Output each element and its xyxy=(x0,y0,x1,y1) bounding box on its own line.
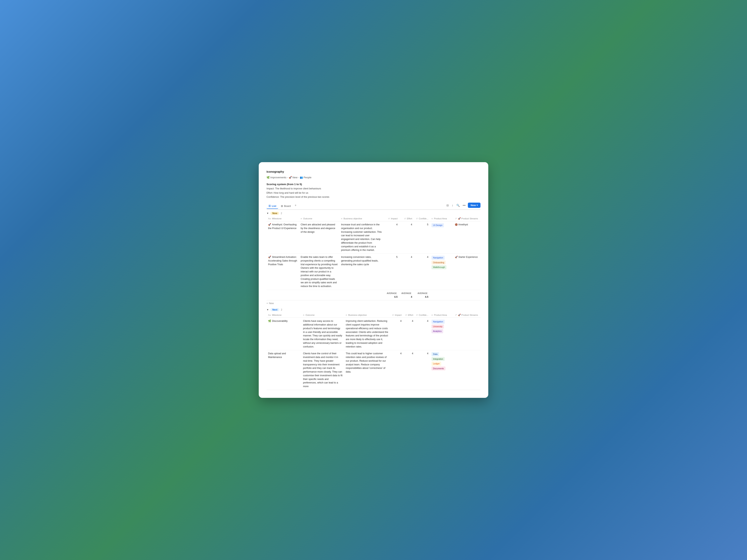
stream-amethyst[interactable]: 🟤 Amethyst xyxy=(455,223,468,226)
col-product-area-next: ≡ Product Area xyxy=(430,313,453,318)
app-container: Iconography 🌿 Improvements - 🚀 New - 👥 P… xyxy=(259,162,488,398)
impact-data-upload: 4 xyxy=(391,350,403,390)
avg-impact-value: 4.5 xyxy=(394,296,397,298)
board-view-icon: ⊞ xyxy=(281,205,283,208)
avg-confidence-label: AVERAGE xyxy=(418,292,428,294)
averages-row-now: AVERAGE 4.5 AVERAGE 4 AVERAGE 4.5 xyxy=(266,290,481,300)
avg-confidence-value: 4.5 xyxy=(425,296,428,298)
tab-list-label: List xyxy=(272,205,276,208)
filter-icon: ⊟ xyxy=(446,204,449,207)
search-button[interactable]: 🔍 xyxy=(456,203,460,208)
hash-icon: # xyxy=(388,217,390,220)
confidence-activation: 4 xyxy=(414,254,430,290)
col-confidence-next: # Confide... xyxy=(415,313,430,318)
col-effort: # Effort xyxy=(399,216,414,221)
business-amethyst: Increase trust and confidence in the org… xyxy=(339,221,384,254)
toolbar-right: ⊟ ↕ 🔍 ••• New ▾ xyxy=(446,203,481,208)
chevron-down-icon: ▾ xyxy=(476,204,478,207)
col-effort-next: # Effort xyxy=(403,313,415,318)
rocket-icon-2: 🚀 xyxy=(268,256,271,259)
tab-board[interactable]: ⊞ Board xyxy=(279,204,293,209)
list-icon-3: ≡ xyxy=(432,217,433,220)
table-row: 🚀Amethyst: Overhauling the Product UI Ex… xyxy=(266,221,481,254)
product-streams-discoverability xyxy=(453,318,481,350)
tag-analytics[interactable]: Analytics xyxy=(432,329,443,333)
breadcrumb-new: 🚀 New xyxy=(289,176,298,179)
group-now-chevron-icon: ▼ xyxy=(266,212,269,215)
add-view-button[interactable]: + xyxy=(293,203,298,208)
breadcrumb-people: 👥 People xyxy=(300,176,311,179)
group-next: ▼ Next 2 Aa Milestone ≡ Outcome ≡ Busine… xyxy=(266,306,481,390)
filter-button[interactable]: ⊟ xyxy=(446,203,449,208)
tag-ui-design[interactable]: UI Design xyxy=(432,223,444,227)
tag-navigation[interactable]: Navigation xyxy=(432,256,445,260)
group-now-header[interactable]: ▼ Now 2 xyxy=(266,210,481,216)
next-table-header-row: Aa Milestone ≡ Outcome ≡ Business object… xyxy=(266,313,481,318)
avg-end-spacer xyxy=(430,290,481,300)
tag-walkthrough[interactable]: Walkthrough xyxy=(432,265,446,269)
new-button[interactable]: New ▾ xyxy=(468,203,481,208)
group-now: ▼ Now 2 Aa Milestone ≡ Outcome ≡ Busines… xyxy=(266,210,481,306)
col-impact-next: # Impact xyxy=(391,313,403,318)
effort-activation: 4 xyxy=(399,254,414,290)
toolbar: ☰ List ⊞ Board + ⊟ ↕ 🔍 ••• New xyxy=(266,203,481,210)
col-milestone: Aa Milestone xyxy=(266,216,299,221)
product-area-discoverability: Navigation University Analytics xyxy=(430,318,453,350)
tag-data[interactable]: Data xyxy=(432,352,439,356)
avg-impact-now: AVERAGE 4.5 xyxy=(384,290,399,300)
product-streams-activation: 🚀 Starter Experience xyxy=(453,254,481,290)
new-button-label: New xyxy=(470,204,476,207)
effort-discoverability: 4 xyxy=(403,318,415,350)
stream-starter-experience[interactable]: 🚀 Starter Experience xyxy=(455,255,478,259)
tag-university[interactable]: University xyxy=(432,324,444,329)
product-area-amethyst: UI Design xyxy=(430,221,453,254)
product-area-activation: Navigation Onboarding Walkthrough xyxy=(430,254,453,290)
col-confidence: # Confide... xyxy=(414,216,430,221)
tag-integration[interactable]: Integration xyxy=(432,357,445,361)
col-milestone-next: Aa Milestone xyxy=(266,313,302,318)
text-icon: Aa xyxy=(268,217,271,220)
tag-ledger[interactable]: Ledger xyxy=(432,362,441,366)
group-next-header[interactable]: ▼ Next 2 xyxy=(266,306,481,313)
sprout-icon: 🌿 xyxy=(268,320,271,322)
tab-board-label: Board xyxy=(284,205,291,208)
now-table-header-row: Aa Milestone ≡ Outcome ≡ Business object… xyxy=(266,216,481,221)
col-business-objective: ≡ Business objective xyxy=(339,216,384,221)
search-icon: 🔍 xyxy=(456,204,460,207)
hash-icon-2: # xyxy=(405,217,406,220)
col-product-streams-next: ↗ 🚀 Product Streams xyxy=(453,313,481,318)
list-view-icon: ☰ xyxy=(268,205,271,208)
product-area-data-upload: Data Integration Ledger Documents xyxy=(430,350,453,390)
confidence-discoverability: 4 xyxy=(415,318,430,350)
table-row: 🚀Streamlined Activation: Accelerating Sa… xyxy=(266,254,481,290)
avg-effort-label: AVERAGE xyxy=(402,292,411,294)
breadcrumb: 🌿 Improvements - 🚀 New - 👥 People xyxy=(266,176,481,179)
group-next-count: 2 xyxy=(281,309,282,311)
now-table: Aa Milestone ≡ Outcome ≡ Business object… xyxy=(266,216,481,300)
rocket-icon: 🚀 xyxy=(268,223,271,226)
sort-button[interactable]: ↕ xyxy=(451,203,454,208)
avg-impact-label: AVERAGE xyxy=(387,292,397,294)
plus-icon: + xyxy=(266,302,268,305)
add-new-now[interactable]: + New xyxy=(266,300,481,306)
list-icon: ≡ xyxy=(301,217,302,220)
group-now-tag: Now xyxy=(271,212,279,215)
table-row: 🌿Discoverability Clients have easy acces… xyxy=(266,318,481,350)
impact-discoverability: 4 xyxy=(391,318,403,350)
page-title: Iconography xyxy=(266,170,481,173)
tag-documents[interactable]: Documents xyxy=(432,367,445,371)
business-activation: Increasing conversion rates, generating … xyxy=(339,254,384,290)
outcome-amethyst: Client are attracted and pleased by the … xyxy=(299,221,340,254)
impact-activation: 5 xyxy=(384,254,399,290)
outcome-data-upload: Clients have the control of their invest… xyxy=(302,350,344,390)
tab-list[interactable]: ☰ List xyxy=(266,204,278,209)
tag-navigation-2[interactable]: Navigation xyxy=(432,320,445,324)
col-outcome-next: ≡ Outcome xyxy=(302,313,344,318)
avg-effort-now: AVERAGE 4 xyxy=(399,290,414,300)
more-button[interactable]: ••• xyxy=(462,203,466,208)
tag-onboarding[interactable]: Onboarding xyxy=(432,261,446,265)
product-streams-amethyst: 🟤 Amethyst xyxy=(453,221,481,254)
group-now-count: 2 xyxy=(281,212,282,215)
avg-spacer xyxy=(266,290,384,300)
effort-data-upload: 4 xyxy=(403,350,415,390)
